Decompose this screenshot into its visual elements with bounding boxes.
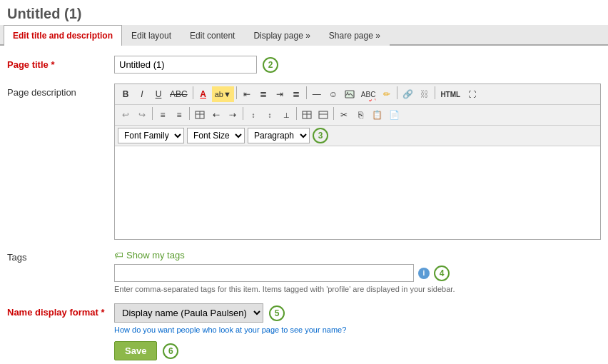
name-format-row: Name display format * Display name (Paul…	[7, 303, 601, 334]
page-title-label: Page title	[7, 56, 114, 70]
page-description-row: Page description B I U ABC A ab▼ ⇤ ≣ ⇥ ≣	[7, 84, 601, 240]
rte-fullscreen-btn[interactable]: ⛶	[464, 86, 480, 102]
rte-sep-9	[296, 107, 297, 120]
font-size-select[interactable]: Font Size	[187, 128, 245, 143]
rte-align-right-btn[interactable]: ⇥	[272, 86, 288, 102]
rte-paste-btn[interactable]: 📋	[369, 107, 385, 123]
tags-label: Tags	[7, 250, 114, 263]
rte-emoji-btn[interactable]: ☺	[325, 86, 341, 102]
svg-rect-8	[319, 111, 328, 118]
rte-sep-8	[243, 107, 243, 120]
rte-container: B I U ABC A ab▼ ⇤ ≣ ⇥ ≣ — ☺	[114, 84, 601, 240]
page-title-row: Page title 2	[7, 56, 601, 74]
rte-underline-btn[interactable]: U	[151, 86, 166, 102]
rte-sep-5	[435, 86, 435, 99]
rte-table-btn[interactable]	[192, 107, 208, 123]
rte-image-btn[interactable]	[342, 86, 358, 102]
rte-spellcheck-btn[interactable]: ABC	[358, 86, 379, 102]
rte-sep-4	[397, 86, 397, 99]
page-title-badge: 2	[263, 57, 278, 73]
save-button[interactable]: Save	[114, 341, 157, 360]
rte-body[interactable]	[115, 146, 600, 239]
rte-indent-less-btn[interactable]: ⇠	[208, 107, 224, 123]
rte-hr-btn[interactable]: —	[309, 86, 325, 102]
page-title-input[interactable]	[114, 56, 257, 74]
rte-sep-10	[333, 107, 334, 120]
tab-display-page[interactable]: Display page »	[244, 25, 319, 46]
save-badge: 6	[163, 343, 178, 359]
tabs-bar: Edit title and description Edit layout E…	[0, 25, 608, 46]
rte-unlink-btn[interactable]: ⛓	[417, 86, 432, 102]
tab-edit-title[interactable]: Edit title and description	[4, 25, 122, 46]
page-description-wrap: B I U ABC A ab▼ ⇤ ≣ ⇥ ≣ — ☺	[114, 84, 601, 240]
tags-input[interactable]	[114, 264, 414, 282]
show-my-tags-link[interactable]: 🏷 Show my tags	[114, 250, 601, 261]
rte-sep-1	[193, 86, 193, 99]
rte-sep-3	[306, 86, 307, 99]
rte-table3-btn[interactable]	[315, 107, 331, 123]
tab-edit-content[interactable]: Edit content	[181, 25, 244, 46]
rte-marker-btn[interactable]: ✏	[379, 86, 395, 102]
rte-paste-text-btn[interactable]: 📄	[386, 107, 402, 123]
page-description-label: Page description	[7, 84, 114, 98]
rte-numlist-btn[interactable]: ≡	[171, 107, 187, 123]
rte-cut-btn[interactable]: ✂	[336, 107, 352, 123]
name-format-select-row: Display name (Paula Paulsen) 5	[114, 303, 601, 323]
tags-control: 🏷 Show my tags i 4 Enter comma-separated…	[114, 250, 601, 293]
rte-sep-6	[152, 107, 153, 120]
tag-icon: 🏷	[114, 250, 123, 261]
page-title-wrap: 2	[114, 56, 601, 74]
rte-sep-7	[189, 107, 190, 120]
rte-copy-btn[interactable]: ⎘	[353, 107, 368, 123]
tags-badge: 4	[434, 266, 450, 281]
name-format-select[interactable]: Display name (Paula Paulsen)	[114, 303, 263, 323]
rte-table2-btn[interactable]	[299, 107, 315, 123]
rte-bold-btn[interactable]: B	[118, 86, 133, 102]
tab-edit-layout[interactable]: Edit layout	[122, 25, 181, 46]
paragraph-select[interactable]: Paragraph	[248, 128, 310, 143]
name-format-hint: How do you want people who look at your …	[114, 325, 601, 334]
show-my-tags-label: Show my tags	[126, 250, 185, 261]
rte-dropdown-row: Font Family Font Size Paragraph 3	[115, 126, 600, 146]
name-format-control: Display name (Paula Paulsen) 5 How do yo…	[114, 303, 601, 334]
tags-input-row: i 4	[114, 264, 601, 282]
rte-redo-btn[interactable]: ↪	[134, 107, 150, 123]
rte-another-btn3[interactable]: ⊥	[278, 107, 294, 123]
rte-fontcolor-btn[interactable]: A	[196, 86, 211, 102]
font-family-select[interactable]: Font Family	[118, 128, 184, 143]
page-window-title: Untitled (1)	[7, 6, 601, 22]
tags-hint: Enter comma-separated tags for this item…	[114, 285, 601, 293]
rte-italic-btn[interactable]: I	[134, 86, 150, 102]
rte-strikethrough-btn[interactable]: ABC	[167, 86, 191, 102]
rte-toolbar-2: ↩ ↪ ≡ ≡ ⇠ ⇢ ↕	[115, 105, 600, 126]
rte-link-btn[interactable]: 🔗	[400, 86, 416, 102]
tags-section: Tags 🏷 Show my tags i 4 Enter comma-sepa…	[7, 250, 601, 293]
rte-toolbar-1: B I U ABC A ab▼ ⇤ ≣ ⇥ ≣ — ☺	[115, 84, 600, 105]
info-icon: i	[418, 268, 430, 279]
name-format-badge: 5	[269, 305, 285, 321]
rte-highlight-btn[interactable]: ab▼	[212, 86, 234, 102]
rte-html-btn[interactable]: HTML	[437, 86, 463, 102]
name-format-label: Name display format *	[7, 303, 114, 318]
name-format-label-text: Name display format	[7, 307, 98, 318]
rte-indent-more-btn[interactable]: ⇢	[225, 107, 240, 123]
rte-align-center-btn[interactable]: ≣	[255, 86, 271, 102]
rte-align-left-btn[interactable]: ⇤	[239, 86, 255, 102]
page-header: Untitled (1)	[0, 0, 608, 25]
tab-share-page[interactable]: Share page »	[320, 25, 390, 46]
rte-another-btn2[interactable]: ↕	[262, 107, 278, 123]
main-content: Page title 2 Page description B I U ABC …	[0, 46, 608, 364]
save-row: Save 6	[114, 341, 601, 360]
rte-bullet-btn[interactable]: ≡	[155, 107, 171, 123]
rte-undo-btn[interactable]: ↩	[118, 107, 133, 123]
rte-justify-btn[interactable]: ≣	[288, 86, 304, 102]
rte-badge: 3	[313, 128, 328, 143]
rte-sep-2	[236, 86, 237, 99]
rte-another-btn1[interactable]: ↕	[245, 107, 261, 123]
